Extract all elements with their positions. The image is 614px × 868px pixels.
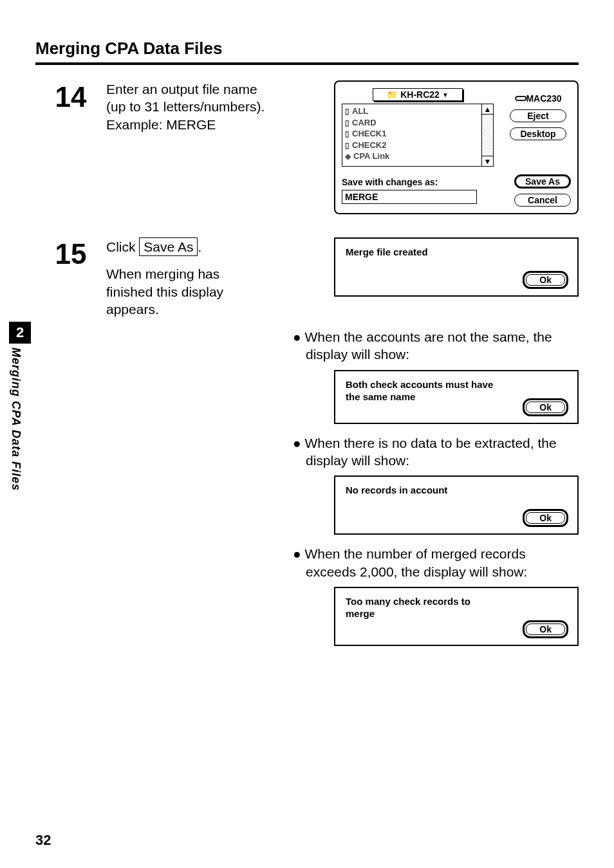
page-title: Merging CPA Data Files <box>35 39 579 59</box>
eject-button[interactable]: Eject <box>510 109 566 122</box>
link-icon <box>345 151 351 162</box>
step-number-14: 14 <box>35 80 106 111</box>
desktop-button[interactable]: Desktop <box>510 127 566 140</box>
save-as-dialog: 📁 KH-RC22 ▼ ALL CARD CHECK1 CHECK2 CPA L… <box>334 80 579 214</box>
list-item: CPA Link <box>345 151 479 162</box>
scroll-up-icon[interactable]: ▲ <box>482 104 493 115</box>
step-14-text: Enter an output file name (up to 31 lett… <box>106 80 280 133</box>
ok-button[interactable]: Ok <box>523 509 568 527</box>
save-label: Save with changes as: <box>342 177 505 187</box>
cancel-button[interactable]: Cancel <box>514 194 571 207</box>
document-icon <box>345 117 349 129</box>
document-icon <box>345 128 349 140</box>
bullet-2: When there is no data to be extracted, t… <box>293 434 579 470</box>
document-icon <box>345 140 349 151</box>
dialog-no-records: No records in account Ok <box>334 476 579 535</box>
chevron-down-icon: ▼ <box>442 91 449 98</box>
folder-popup-label: KH-RC22 <box>400 89 440 100</box>
dialog-message: No records in account <box>346 485 494 497</box>
bullet-3: When the number of merged records exceed… <box>293 545 579 580</box>
dialog-message: Both check accounts must have the same n… <box>346 379 494 403</box>
document-icon <box>345 106 349 117</box>
title-rule <box>35 62 579 65</box>
scroll-down-icon[interactable]: ▼ <box>482 156 493 166</box>
chapter-number: 2 <box>9 322 31 344</box>
step-15-text: Click Save As. When merging has finished… <box>106 237 280 318</box>
dialog-message: Too many check records to merge <box>346 596 494 620</box>
dialog-merge-created: Merge file created Ok <box>334 237 579 297</box>
folder-icon: 📁 <box>387 89 398 100</box>
filename-input[interactable] <box>342 190 477 204</box>
boxed-button-name: Save As <box>139 237 198 256</box>
scroll-track[interactable] <box>482 115 493 156</box>
dialog-message: Merge file created <box>346 246 494 259</box>
save-as-button[interactable]: Save As <box>514 174 571 189</box>
side-tab-label: Merging CPA Data Files <box>9 347 23 491</box>
step-number-15: 15 <box>35 237 106 268</box>
list-item: CHECK1 <box>345 128 479 140</box>
list-item: CARD <box>345 117 479 129</box>
page-number: 32 <box>35 832 51 849</box>
bullet-1: When the accounts are not the same, the … <box>293 328 579 364</box>
folder-popup[interactable]: 📁 KH-RC22 ▼ <box>373 88 463 101</box>
drive-label: MAC230 <box>514 92 561 104</box>
ok-button[interactable]: Ok <box>523 620 568 638</box>
side-tab: 2 Merging CPA Data Files <box>9 322 33 491</box>
file-list-box: ALL CARD CHECK1 CHECK2 CPA Link ▲ ▼ <box>342 104 494 167</box>
file-list[interactable]: ALL CARD CHECK1 CHECK2 CPA Link <box>342 104 481 166</box>
dialog-same-name: Both check accounts must have the same n… <box>334 370 579 424</box>
ok-button[interactable]: Ok <box>523 398 568 416</box>
list-item: ALL <box>345 106 479 117</box>
ok-button[interactable]: Ok <box>523 271 568 289</box>
dialog-too-many: Too many check records to merge Ok <box>334 587 579 646</box>
scrollbar[interactable]: ▲ ▼ <box>481 104 493 166</box>
list-item: CHECK2 <box>345 140 479 151</box>
